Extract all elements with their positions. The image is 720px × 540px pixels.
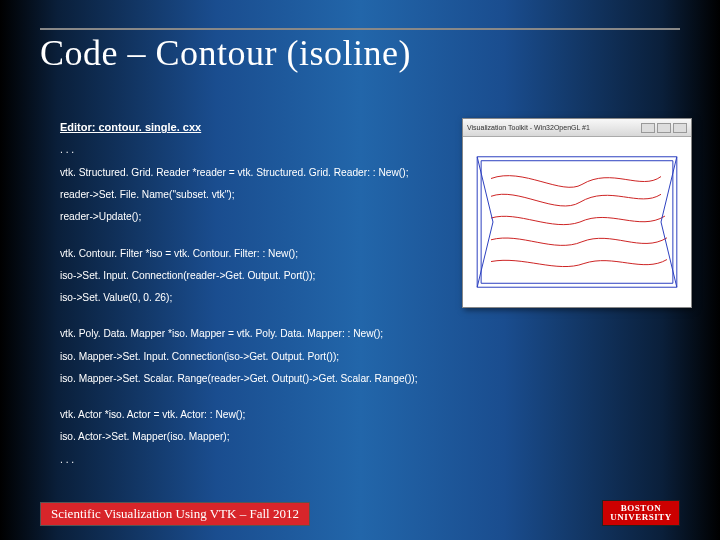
close-icon[interactable] (673, 123, 687, 133)
minimize-icon[interactable] (641, 123, 655, 133)
logo-text: BOSTON UNIVERSITY (603, 504, 679, 522)
code-line: iso. Mapper->Set. Input. Connection(iso-… (60, 350, 440, 364)
footer-label: Scientific Visualization Using VTK – Fal… (40, 502, 310, 526)
code-line: . . . (60, 143, 440, 157)
code-line: vtk. Structured. Grid. Reader *reader = … (60, 166, 440, 180)
contour-plot (463, 137, 691, 307)
code-line: iso. Actor->Set. Mapper(iso. Mapper); (60, 430, 440, 444)
viz-canvas (463, 137, 691, 307)
code-line: vtk. Actor *iso. Actor = vtk. Actor: : N… (60, 408, 440, 422)
slide-title: Code – Contour (isoline) (40, 32, 680, 74)
code-line: iso. Mapper->Set. Scalar. Range(reader->… (60, 372, 440, 386)
window-controls (641, 123, 687, 133)
viz-window-title: Visualization Toolkit - Win32OpenGL #1 (467, 124, 590, 131)
editor-label: Editor: contour. single. cxx (60, 120, 440, 135)
title-rule (40, 28, 680, 30)
spacer (60, 394, 440, 408)
code-line: vtk. Contour. Filter *iso = vtk. Contour… (60, 247, 440, 261)
spacer (60, 233, 440, 247)
maximize-icon[interactable] (657, 123, 671, 133)
code-line: reader->Update(); (60, 210, 440, 224)
code-line: . . . (60, 453, 440, 467)
footer: Scientific Visualization Using VTK – Fal… (40, 500, 680, 526)
code-content: Editor: contour. single. cxx . . . vtk. … (60, 120, 440, 475)
bu-logo: BOSTON UNIVERSITY (602, 500, 680, 526)
viz-window: Visualization Toolkit - Win32OpenGL #1 (462, 118, 692, 308)
code-line: iso->Set. Value(0, 0. 26); (60, 291, 440, 305)
code-line: reader->Set. File. Name("subset. vtk"); (60, 188, 440, 202)
title-block: Code – Contour (isoline) (40, 28, 680, 74)
viz-window-titlebar: Visualization Toolkit - Win32OpenGL #1 (463, 119, 691, 137)
code-line: vtk. Poly. Data. Mapper *iso. Mapper = v… (60, 327, 440, 341)
code-line: iso->Set. Input. Connection(reader->Get.… (60, 269, 440, 283)
spacer (60, 313, 440, 327)
